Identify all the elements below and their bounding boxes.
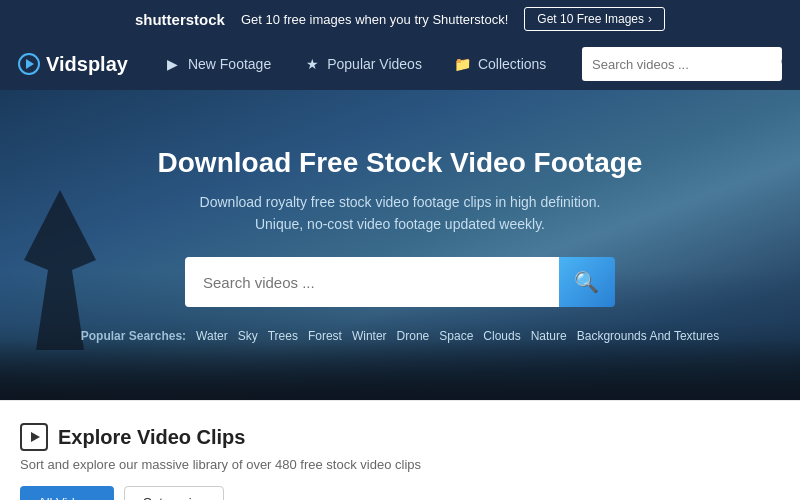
logo-play-icon	[18, 53, 40, 75]
hero-content: Download Free Stock Video Footage Downlo…	[138, 147, 663, 308]
navbar-search-bar[interactable]: 🔍	[582, 47, 782, 81]
tag-space[interactable]: Space	[439, 329, 473, 343]
nav-items: ▶ New Footage ★ Popular Videos 📁 Collect…	[152, 49, 582, 79]
tag-trees[interactable]: Trees	[268, 329, 298, 343]
navbar-search-button[interactable]: 🔍	[770, 55, 782, 73]
hero-subtitle: Download royalty free stock video footag…	[158, 191, 643, 236]
nav-popular-videos-label: Popular Videos	[327, 56, 422, 72]
navbar-search-icon: 🔍	[780, 55, 782, 72]
tag-clouds[interactable]: Clouds	[483, 329, 520, 343]
tag-water[interactable]: Water	[196, 329, 228, 343]
navbar-search-input[interactable]	[582, 57, 770, 72]
tag-forest[interactable]: Forest	[308, 329, 342, 343]
tag-drone[interactable]: Drone	[397, 329, 430, 343]
nav-item-popular-videos[interactable]: ★ Popular Videos	[291, 49, 434, 79]
banner-cta-label: Get 10 Free Images	[537, 12, 644, 26]
hero-search-button[interactable]: 🔍	[559, 257, 615, 307]
shutterstock-logo-text: shutterstock	[135, 11, 225, 28]
categories-button[interactable]: Categories	[124, 486, 225, 500]
explore-buttons: All Videos Categories	[20, 486, 780, 500]
all-videos-button[interactable]: All Videos	[20, 486, 114, 500]
tag-winter[interactable]: Winter	[352, 329, 387, 343]
hero-section: Download Free Stock Video Footage Downlo…	[0, 90, 800, 400]
nav-item-collections[interactable]: 📁 Collections	[442, 49, 558, 79]
shutterstock-logo: shutterstock	[135, 11, 225, 28]
explore-play-icon	[20, 423, 48, 451]
explore-section: Explore Video Clips Sort and explore our…	[0, 400, 800, 500]
tag-nature[interactable]: Nature	[531, 329, 567, 343]
explore-title: Explore Video Clips	[58, 426, 245, 449]
hero-search-bar[interactable]: 🔍	[185, 257, 615, 307]
play-circle-icon: ▶	[164, 55, 182, 73]
hero-subtitle-line2: Unique, no-cost video footage updated we…	[255, 216, 545, 232]
hero-search-input[interactable]	[185, 257, 559, 307]
nav-item-new-footage[interactable]: ▶ New Footage	[152, 49, 283, 79]
logo-link[interactable]: Vidsplay	[18, 53, 128, 76]
hero-title: Download Free Stock Video Footage	[158, 147, 643, 179]
star-icon: ★	[303, 55, 321, 73]
hero-subtitle-line1: Download royalty free stock video footag…	[200, 194, 601, 210]
popular-searches: Popular Searches: Water Sky Trees Forest…	[61, 329, 740, 343]
hero-search-icon: 🔍	[574, 270, 599, 294]
explore-header: Explore Video Clips	[20, 423, 780, 451]
popular-searches-label: Popular Searches:	[81, 329, 186, 343]
tag-sky[interactable]: Sky	[238, 329, 258, 343]
shutterstock-cta-button[interactable]: Get 10 Free Images ›	[524, 7, 665, 31]
banner-message: Get 10 free images when you try Shutters…	[241, 12, 508, 27]
tag-backgrounds-textures[interactable]: Backgrounds And Textures	[577, 329, 720, 343]
banner-cta-arrow: ›	[648, 12, 652, 26]
folder-icon: 📁	[454, 55, 472, 73]
rocks-overlay	[0, 340, 800, 400]
nav-collections-label: Collections	[478, 56, 546, 72]
nav-new-footage-label: New Footage	[188, 56, 271, 72]
navbar: Vidsplay ▶ New Footage ★ Popular Videos …	[0, 38, 800, 90]
logo-text: Vidsplay	[46, 53, 128, 76]
top-banner: shutterstock Get 10 free images when you…	[0, 0, 800, 38]
explore-description: Sort and explore our massive library of …	[20, 457, 780, 472]
